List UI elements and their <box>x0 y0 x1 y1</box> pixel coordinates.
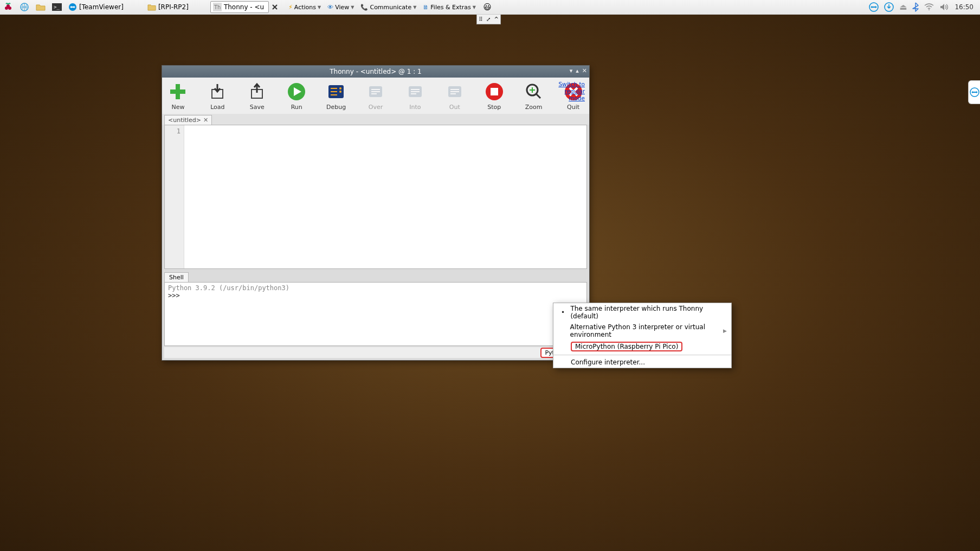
taskbar: >_ [TeamViewer] [RPI-RP2] Th Thonny - <u… <box>0 0 980 15</box>
web-browser-icon[interactable] <box>17 0 31 14</box>
teamviewer-icon <box>970 87 979 97</box>
load-button[interactable]: Load <box>206 82 229 111</box>
interpreter-menu: • The same interpreter which runs Thonny… <box>553 303 732 368</box>
code-editor[interactable]: 1 <box>164 125 587 269</box>
shell-panel[interactable]: Python 3.9.2 (/usr/bin/python3) >>> <box>164 282 587 346</box>
emoji-icon[interactable]: 😃 <box>480 0 494 14</box>
run-button[interactable]: Run <box>285 82 308 111</box>
svg-point-18 <box>339 87 341 89</box>
taskbar-item-thonny[interactable]: Th Thonny - <u <box>210 1 269 13</box>
stop-button[interactable]: Stop <box>482 82 506 111</box>
interpreter-option-micropython[interactable]: MicroPython (Raspberry Pi Pico) <box>553 340 731 353</box>
editor-tab[interactable]: <untitled> ✕ <box>164 115 212 125</box>
system-tray: ⏏ 16:50 <box>869 2 980 12</box>
svg-text:Th: Th <box>214 4 221 10</box>
taskbar-close-button[interactable] <box>270 2 280 12</box>
configure-interpreter[interactable]: Configure interpreter... <box>553 357 731 368</box>
bullet-icon: • <box>561 309 566 316</box>
tab-close-icon[interactable]: ✕ <box>203 117 208 124</box>
bluetooth-icon[interactable] <box>912 2 919 12</box>
svg-point-19 <box>339 91 341 93</box>
switch-mode-link[interactable]: Switch to regular mode <box>558 81 585 102</box>
step-out-button: Out <box>443 82 466 111</box>
step-into-button: Into <box>403 82 427 111</box>
raspberry-menu-icon[interactable] <box>1 0 15 14</box>
phone-icon: 📞 <box>360 4 368 11</box>
chevron-up-icon: ^ <box>494 16 498 22</box>
files-icon: 🗎 <box>423 4 429 11</box>
clock[interactable]: 16:50 <box>955 3 973 11</box>
svg-rect-13 <box>170 89 185 94</box>
eye-icon: 👁 <box>327 4 333 11</box>
interpreter-option-alternative[interactable]: Alternative Python 3 interpreter or virt… <box>553 322 731 340</box>
debug-button[interactable]: Debug <box>325 82 348 111</box>
window-titlebar[interactable]: Thonny - <untitled> @ 1 : 1 ▾ ▴ ✕ <box>162 66 589 78</box>
zoom-button[interactable]: Zoom <box>522 82 545 111</box>
shell-prompt: >>> <box>168 292 583 299</box>
statusbar: Python 3.9.2 <box>164 347 587 358</box>
editor-tab-strip: <untitled> ✕ <box>162 114 589 125</box>
toolbar: New Load Save Run Debug Over Into Out <box>162 78 589 114</box>
shell-tab-strip: Shell <box>162 269 589 282</box>
menu-actions[interactable]: ⚡ Actions ▼ <box>285 1 324 13</box>
menu-view[interactable]: 👁 View ▼ <box>324 1 357 13</box>
file-manager-icon[interactable] <box>34 0 48 14</box>
window-title: Thonny - <untitled> @ 1 : 1 <box>330 68 422 75</box>
teamviewer-tray-icon[interactable] <box>869 2 879 12</box>
svg-text:>_: >_ <box>54 4 60 10</box>
expand-icon: ⤢ <box>486 16 491 22</box>
teamviewer-icon <box>68 3 77 11</box>
panel-handle[interactable]: ⠿ ⤢ ^ <box>476 15 501 24</box>
terminal-icon[interactable]: >_ <box>50 0 64 14</box>
minimize-button[interactable]: ▾ <box>570 67 573 74</box>
lightning-icon: ⚡ <box>288 4 293 11</box>
taskbar-item-label: Thonny - <u <box>224 3 264 11</box>
grid-icon: ⠿ <box>479 16 482 22</box>
new-button[interactable]: New <box>166 82 190 111</box>
submenu-arrow-icon: ▶ <box>723 328 727 334</box>
taskbar-item-label: [RPI-RP2] <box>158 3 189 11</box>
menu-files-extras[interactable]: 🗎 Files & Extras ▼ <box>420 1 479 13</box>
maximize-button[interactable]: ▴ <box>576 67 579 74</box>
thonny-icon: Th <box>213 3 222 11</box>
shell-output: Python 3.9.2 (/usr/bin/python3) <box>168 284 583 292</box>
teamviewer-side-tab[interactable] <box>968 80 980 104</box>
code-area[interactable] <box>184 125 586 268</box>
taskbar-item-teamviewer[interactable]: [TeamViewer] <box>66 1 128 13</box>
save-button[interactable]: Save <box>246 82 269 111</box>
wifi-icon[interactable] <box>924 3 934 11</box>
updates-icon[interactable] <box>884 2 894 12</box>
svg-point-11 <box>929 9 930 10</box>
menu-separator <box>553 355 731 355</box>
eject-icon[interactable]: ⏏ <box>899 2 907 12</box>
thonny-window: Thonny - <untitled> @ 1 : 1 ▾ ▴ ✕ New Lo… <box>162 65 590 361</box>
menu-communicate[interactable]: 📞 Communicate ▼ <box>357 1 420 13</box>
taskbar-item-rpi-rp2[interactable]: [RPI-RP2] <box>145 1 193 13</box>
interpreter-option-default[interactable]: • The same interpreter which runs Thonny… <box>553 303 731 322</box>
step-over-button: Over <box>364 82 388 111</box>
shell-tab[interactable]: Shell <box>164 272 189 282</box>
volume-icon[interactable] <box>939 3 949 11</box>
folder-icon <box>147 4 156 11</box>
close-button[interactable]: ✕ <box>582 67 587 74</box>
svg-rect-24 <box>491 88 498 95</box>
line-gutter: 1 <box>165 125 184 268</box>
taskbar-item-label: [TeamViewer] <box>79 3 124 11</box>
